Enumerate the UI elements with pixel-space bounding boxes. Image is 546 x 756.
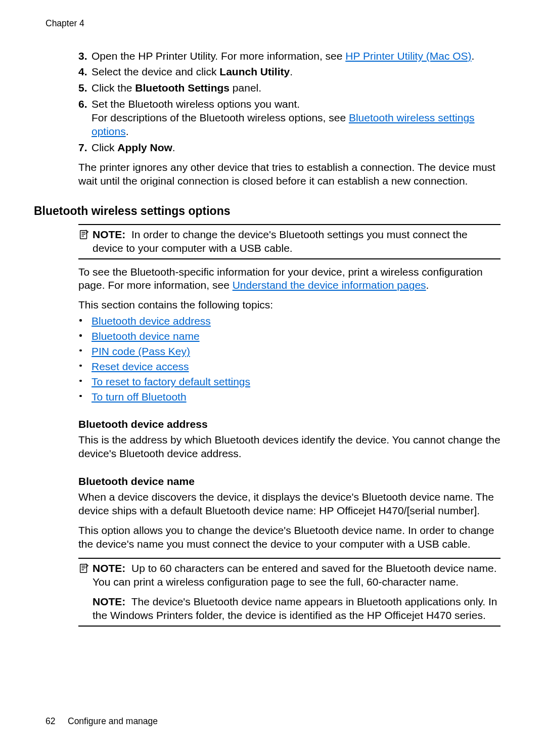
note-body: The device's Bluetooth device name appea… (93, 596, 497, 621)
topic-item: Bluetooth device address (78, 315, 500, 328)
step-text: Open the HP Printer Utility. For more in… (92, 50, 345, 62)
step-text-line1: Set the Bluetooth wireless options you w… (92, 98, 300, 110)
link-topic-turn-off[interactable]: To turn off Bluetooth (92, 391, 187, 403)
section-heading-bluetooth-options: Bluetooth wireless settings options (34, 204, 500, 218)
chapter-label: Chapter 4 (46, 19, 500, 28)
step-3: 3. Open the HP Printer Utility. For more… (78, 50, 500, 63)
topic-item: To turn off Bluetooth (78, 390, 500, 404)
step-text: Select the device and click (92, 66, 219, 77)
numbered-steps: 3. Open the HP Printer Utility. For more… (78, 50, 500, 155)
note-text: NOTE: Up to 60 characters can be entered… (93, 562, 500, 589)
page: Chapter 4 3. Open the HP Printer Utility… (0, 0, 546, 756)
step-tail: panel. (230, 82, 261, 94)
post-steps-paragraph: The printer ignores any other device tha… (78, 161, 500, 188)
body-device-address: This is the address by which Bluetooth d… (78, 433, 500, 461)
note-text: NOTE: In order to change the device's Bl… (93, 228, 500, 255)
bullet-icon (79, 380, 82, 382)
link-topic-reset-access[interactable]: Reset device access (92, 361, 189, 372)
step-text: Click (92, 142, 117, 153)
link-hp-printer-utility[interactable]: HP Printer Utility (Mac OS) (345, 50, 471, 62)
subheading-device-name: Bluetooth device name (78, 475, 500, 488)
para-config-page: To see the Bluetooth-specific informatio… (78, 265, 500, 293)
step-tail: . (172, 142, 175, 153)
note-label: NOTE: (93, 562, 125, 574)
note-body: Up to 60 characters can be entered and s… (93, 562, 497, 588)
link-topic-pin[interactable]: PIN code (Pass Key) (92, 345, 190, 357)
topics-list: Bluetooth device address Bluetooth devic… (78, 315, 500, 404)
link-topic-address[interactable]: Bluetooth device address (92, 315, 211, 327)
step-5: 5. Click the Bluetooth Settings panel. (78, 81, 500, 95)
step-tail: . (290, 66, 293, 77)
note-body: In order to change the device's Bluetoot… (93, 229, 468, 254)
topic-item: To reset to factory default settings (78, 375, 500, 389)
topic-item: Bluetooth device name (78, 330, 500, 343)
footer-title: Configure and manage (68, 716, 158, 726)
topic-item: PIN code (Pass Key) (78, 345, 500, 359)
body-device-name-2: This option allows you to change the dev… (78, 524, 500, 551)
step-4: 4. Select the device and click Launch Ut… (78, 65, 500, 79)
link-topic-factory-reset[interactable]: To reset to factory default settings (92, 376, 250, 387)
step-number: 5. (78, 81, 87, 95)
svg-rect-0 (80, 231, 87, 239)
svg-rect-1 (80, 564, 87, 573)
step-number: 4. (78, 65, 87, 79)
step-number: 7. (78, 141, 87, 155)
note-label: NOTE: (93, 596, 125, 607)
note-icon (78, 563, 92, 577)
step-6: 6. Set the Bluetooth wireless options yo… (78, 98, 500, 139)
note-icon (78, 229, 92, 244)
step-number: 6. (78, 98, 87, 111)
subheading-device-address: Bluetooth device address (78, 418, 500, 431)
note-box-2: NOTE: Up to 60 characters can be entered… (78, 558, 500, 627)
step-text: Click the (92, 82, 135, 94)
bold-apply-now: Apply Now (117, 142, 172, 153)
bold-launch-utility: Launch Utility (219, 66, 290, 77)
bullet-icon (79, 365, 82, 367)
note-box-1: NOTE: In order to change the device's Bl… (78, 224, 500, 259)
page-number: 62 (46, 716, 68, 727)
note-text-2: NOTE: The device's Bluetooth device name… (93, 595, 500, 622)
link-device-info-pages[interactable]: Understand the device information pages (233, 279, 426, 291)
step-7: 7. Click Apply Now. (78, 141, 500, 155)
bullet-icon (79, 334, 82, 337)
bold-bluetooth-settings: Bluetooth Settings (135, 82, 230, 94)
note-label: NOTE: (93, 229, 125, 240)
body-device-name-1: When a device discovers the device, it d… (78, 491, 500, 518)
bullet-icon (79, 319, 82, 322)
topics-intro: This section contains the following topi… (78, 298, 500, 312)
para-text-b: . (426, 279, 429, 291)
link-topic-name[interactable]: Bluetooth device name (92, 330, 200, 342)
step-number: 3. (78, 50, 87, 63)
step-text-line2b: . (126, 125, 129, 137)
topic-item: Reset device access (78, 360, 500, 374)
bullet-icon (79, 349, 82, 352)
bullet-icon (79, 395, 82, 397)
step-text-line2a: For descriptions of the Bluetooth wirele… (92, 112, 349, 123)
page-footer: 62Configure and manage (46, 716, 158, 727)
step-tail: . (472, 50, 475, 62)
